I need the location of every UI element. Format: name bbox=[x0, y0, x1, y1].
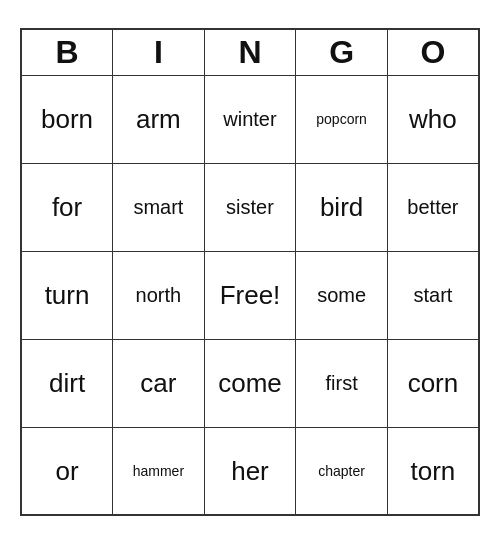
bingo-cell-r4-c3: chapter bbox=[296, 427, 388, 515]
bingo-card: BINGO bornarmwinterpopcornwhoforsmartsis… bbox=[20, 28, 480, 517]
bingo-cell-r0-c4: who bbox=[387, 75, 479, 163]
bingo-cell-r1-c2: sister bbox=[204, 163, 296, 251]
bingo-cell-r2-c0: turn bbox=[21, 251, 113, 339]
bingo-cell-r2-c2: Free! bbox=[204, 251, 296, 339]
table-row: bornarmwinterpopcornwho bbox=[21, 75, 479, 163]
bingo-cell-r4-c1: hammer bbox=[113, 427, 205, 515]
bingo-cell-r1-c3: bird bbox=[296, 163, 388, 251]
table-row: dirtcarcomefirstcorn bbox=[21, 339, 479, 427]
bingo-cell-r4-c2: her bbox=[204, 427, 296, 515]
bingo-header-row: BINGO bbox=[21, 29, 479, 76]
table-row: turnnorthFree!somestart bbox=[21, 251, 479, 339]
header-cell-g: G bbox=[296, 29, 388, 76]
bingo-cell-r1-c1: smart bbox=[113, 163, 205, 251]
header-cell-o: O bbox=[387, 29, 479, 76]
table-row: orhammerherchaptertorn bbox=[21, 427, 479, 515]
bingo-cell-r3-c3: first bbox=[296, 339, 388, 427]
bingo-cell-r2-c3: some bbox=[296, 251, 388, 339]
bingo-cell-r2-c4: start bbox=[387, 251, 479, 339]
bingo-cell-r0-c0: born bbox=[21, 75, 113, 163]
bingo-cell-r3-c2: come bbox=[204, 339, 296, 427]
bingo-cell-r4-c0: or bbox=[21, 427, 113, 515]
header-cell-n: N bbox=[204, 29, 296, 76]
header-cell-i: I bbox=[113, 29, 205, 76]
header-cell-b: B bbox=[21, 29, 113, 76]
bingo-cell-r3-c0: dirt bbox=[21, 339, 113, 427]
bingo-cell-r0-c3: popcorn bbox=[296, 75, 388, 163]
bingo-cell-r0-c1: arm bbox=[113, 75, 205, 163]
bingo-cell-r0-c2: winter bbox=[204, 75, 296, 163]
bingo-cell-r3-c1: car bbox=[113, 339, 205, 427]
bingo-cell-r1-c0: for bbox=[21, 163, 113, 251]
bingo-cell-r4-c4: torn bbox=[387, 427, 479, 515]
bingo-cell-r2-c1: north bbox=[113, 251, 205, 339]
bingo-cell-r3-c4: corn bbox=[387, 339, 479, 427]
table-row: forsmartsisterbirdbetter bbox=[21, 163, 479, 251]
bingo-cell-r1-c4: better bbox=[387, 163, 479, 251]
